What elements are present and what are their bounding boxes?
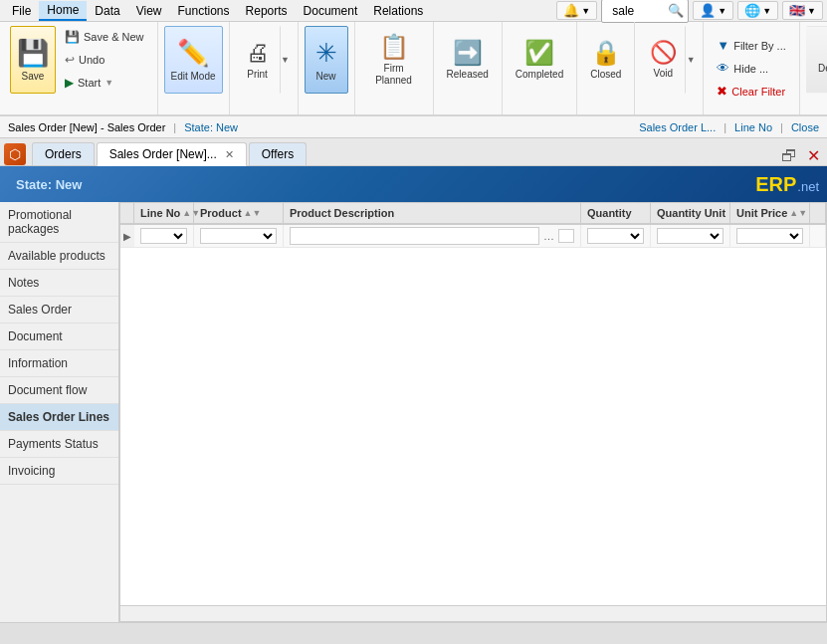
- sidebar-item-promotional-packages[interactable]: Promotional packages: [0, 202, 118, 243]
- ribbon-group-definition: 📄 Definition Of ": [800, 22, 827, 114]
- tab-salesorder-close[interactable]: ✕: [225, 148, 234, 161]
- grid-col-productdesc[interactable]: Product Description: [284, 203, 581, 223]
- breadcrumb-close[interactable]: Close: [791, 121, 819, 133]
- grid-cell-product-select[interactable]: [200, 228, 277, 244]
- grid-cell-quantityunit[interactable]: [651, 225, 730, 247]
- grid-cell-productdesc-more[interactable]: …: [543, 230, 554, 242]
- search-input[interactable]: [606, 1, 666, 21]
- menu-view[interactable]: View: [128, 2, 170, 20]
- grid-cell-unitprice[interactable]: [730, 225, 810, 247]
- void-button[interactable]: 🚫 Void: [641, 26, 685, 94]
- grid-scroll[interactable]: [120, 248, 826, 605]
- sidebar-item-information[interactable]: Information: [0, 350, 118, 377]
- completed-icon: ✅: [524, 39, 554, 67]
- save-new-button[interactable]: 💾 Save & New: [58, 26, 151, 48]
- logo-erp: ERP: [755, 173, 796, 196]
- tab-offers[interactable]: Offers: [249, 142, 307, 165]
- released-button[interactable]: ➡️ Released: [440, 26, 496, 94]
- sidebar-item-document-flow[interactable]: Document flow: [0, 377, 118, 404]
- sidebar-item-payments-status[interactable]: Payments Status: [0, 431, 118, 458]
- notification-bell[interactable]: 🔔 ▼: [556, 1, 597, 20]
- sidebar-item-document[interactable]: Document: [0, 323, 118, 350]
- grid-cell-productdesc-input[interactable]: [290, 227, 539, 245]
- save-button[interactable]: 💾 Save: [10, 26, 56, 94]
- grid-cell-productdesc[interactable]: …: [284, 225, 581, 247]
- grid-col-unitprice[interactable]: Unit Price ▲▼: [730, 203, 810, 223]
- hide-button[interactable]: 👁 Hide ...: [710, 58, 792, 80]
- grid-cell-unitprice-select[interactable]: [736, 228, 803, 244]
- table-row[interactable]: ▶ …: [120, 225, 826, 248]
- edit-mode-button[interactable]: ✏️ Edit Mode: [164, 26, 223, 94]
- void-label: Void: [654, 68, 673, 80]
- user-button[interactable]: 👤 ▼: [693, 1, 733, 20]
- user-chevron: ▼: [718, 6, 726, 16]
- clear-filter-button[interactable]: ✖ Clear Filter: [710, 81, 792, 103]
- grid-cell-lineno-select[interactable]: [140, 228, 187, 244]
- new-group-buttons: ✳ New: [305, 26, 348, 110]
- menu-data[interactable]: Data: [87, 2, 127, 20]
- tab-salesorder[interactable]: Sales Order [New]... ✕: [97, 142, 247, 166]
- grid-col-quantityunit[interactable]: Quantity Unit: [651, 203, 730, 223]
- grid-cell-product[interactable]: [194, 225, 284, 247]
- grid-row-arrow: ▶: [120, 225, 134, 247]
- sidebar-item-sales-order[interactable]: Sales Order: [0, 297, 118, 323]
- firm-planned-button[interactable]: 📋 Firm Planned: [361, 26, 427, 94]
- globe-chevron: ▼: [762, 6, 771, 16]
- tabs-row: ⬡ Orders Sales Order [New]... ✕ Offers 🗗…: [0, 138, 827, 166]
- breadcrumb-salesorderlines[interactable]: Sales Order L...: [639, 121, 716, 133]
- grid-scrollbar-bottom[interactable]: [120, 605, 826, 621]
- sidebar-item-invoicing[interactable]: Invoicing: [0, 458, 118, 485]
- menu-relations[interactable]: Relations: [365, 2, 431, 20]
- print-button[interactable]: 🖨 Print: [236, 26, 280, 94]
- flag-chevron: ▼: [807, 6, 816, 16]
- ribbon-group-edit: ✏️ Edit Mode: [158, 22, 230, 114]
- sidebar-item-available-products[interactable]: Available products: [0, 243, 118, 270]
- flag-button[interactable]: 🇬🇧 ▼: [782, 1, 823, 20]
- print-dropdown-arrow[interactable]: ▼: [280, 26, 292, 94]
- grid-col-product[interactable]: Product ▲▼: [194, 203, 284, 223]
- ribbon-group-firm-planned: 📋 Firm Planned: [355, 22, 434, 114]
- globe-button[interactable]: 🌐 ▼: [737, 1, 778, 20]
- ribbon-group-save: 💾 Save 💾 Save & New ↩ Undo ▶ Start ▼: [4, 22, 158, 114]
- completed-button[interactable]: ✅ Completed: [509, 26, 570, 94]
- grid-col-lineno[interactable]: Line No ▲▼: [134, 203, 194, 223]
- filter-by-button[interactable]: ▼ Filter By ...: [710, 35, 792, 57]
- grid-col-quantity[interactable]: Quantity: [581, 203, 651, 223]
- void-icon: 🚫: [650, 40, 677, 66]
- undo-button[interactable]: ↩ Undo: [58, 49, 151, 71]
- grid-cell-quantityunit-select[interactable]: [657, 228, 724, 244]
- menu-reports[interactable]: Reports: [238, 2, 296, 20]
- status-bar: [0, 622, 827, 644]
- breadcrumb-lineno[interactable]: Line No: [734, 121, 772, 133]
- edit-group-buttons: ✏️ Edit Mode: [164, 26, 223, 110]
- grid-cell-lineno[interactable]: [134, 225, 194, 247]
- void-dropdown-arrow[interactable]: ▼: [685, 26, 697, 94]
- window-close-icon[interactable]: ✕: [804, 146, 823, 165]
- closed-group-buttons: 🔒 Closed: [583, 26, 628, 110]
- menu-file[interactable]: File: [4, 2, 39, 20]
- tab-orders[interactable]: Orders: [32, 142, 95, 165]
- ribbon-group-closed: 🔒 Closed: [577, 22, 635, 114]
- new-button[interactable]: ✳ New: [305, 26, 348, 94]
- sidebar-item-notes[interactable]: Notes: [0, 270, 118, 297]
- save-icon: 💾: [17, 38, 49, 69]
- sidebar: Promotional packages Available products …: [0, 202, 119, 622]
- definition-button[interactable]: 📄 Definition Of ": [806, 26, 827, 94]
- menu-home[interactable]: Home: [39, 1, 87, 21]
- search-icon[interactable]: 🔍: [668, 3, 684, 18]
- grid-col-unitprice-label: Unit Price: [736, 207, 787, 219]
- grid-cell-productdesc-select[interactable]: [558, 229, 574, 243]
- sidebar-item-sales-order-lines[interactable]: Sales Order Lines: [0, 404, 118, 431]
- grid-cell-quantity-select[interactable]: [587, 228, 644, 244]
- window-restore-icon[interactable]: 🗗: [778, 147, 800, 165]
- menu-document[interactable]: Document: [296, 2, 366, 20]
- void-group-buttons: 🚫 Void ▼: [641, 26, 697, 110]
- logo-container: ERP .net: [755, 173, 819, 196]
- closed-button[interactable]: 🔒 Closed: [583, 26, 628, 94]
- menu-functions[interactable]: Functions: [170, 2, 238, 20]
- ribbon-group-completed: ✅ Completed: [503, 22, 577, 114]
- app-header: State: New ERP .net: [0, 166, 827, 202]
- start-button[interactable]: ▶ Start ▼: [58, 72, 151, 94]
- grid-cell-quantity[interactable]: [581, 225, 651, 247]
- app-icon[interactable]: ⬡: [4, 143, 26, 165]
